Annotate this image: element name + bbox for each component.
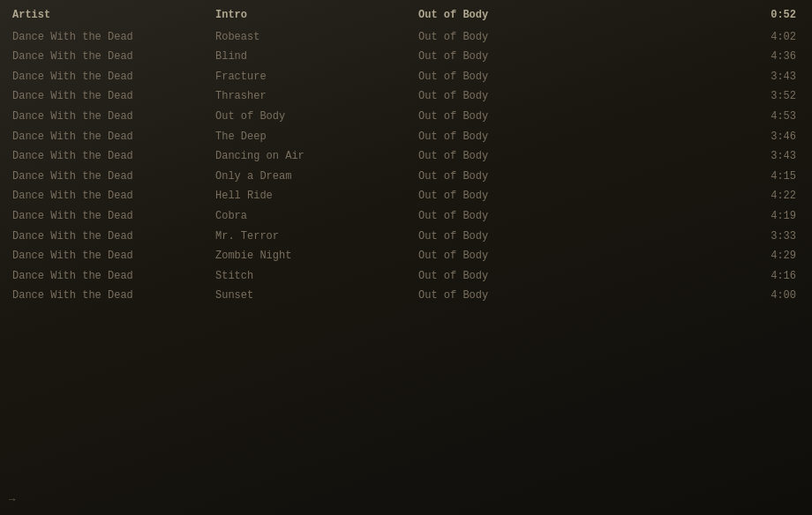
footer: → (9, 494, 15, 506)
track-album: Out of Body (418, 49, 595, 65)
track-title: Blind (215, 49, 418, 65)
table-row[interactable]: Dance With the DeadMr. TerrorOut of Body… (0, 227, 812, 247)
arrow-icon: → (9, 494, 15, 506)
track-duration: 4:15 (595, 168, 800, 185)
table-row[interactable]: Dance With the DeadStitchOut of Body4:16 (0, 266, 812, 287)
track-album: Out of Body (418, 129, 595, 146)
track-duration: 4:53 (595, 108, 800, 125)
table-row[interactable]: Dance With the DeadThe DeepOut of Body3:… (0, 127, 812, 147)
track-artist: Dance With the Dead (12, 88, 215, 105)
table-row[interactable]: Dance With the DeadRobeastOut of Body4:0… (0, 27, 812, 48)
track-album: Out of Body (418, 168, 595, 185)
track-artist: Dance With the Dead (12, 268, 215, 285)
track-title: Hell Ride (215, 188, 418, 205)
track-artist: Dance With the Dead (12, 129, 215, 146)
track-title: Fracture (215, 69, 418, 86)
track-title: The Deep (215, 129, 418, 146)
track-duration: 3:43 (595, 148, 800, 165)
table-row[interactable]: Dance With the DeadThrasherOut of Body3:… (0, 86, 812, 107)
track-album: Out of Body (418, 29, 595, 46)
table-row[interactable]: Dance With the DeadFractureOut of Body3:… (0, 67, 812, 87)
track-title: Zombie Night (215, 248, 418, 265)
track-artist: Dance With the Dead (12, 108, 215, 125)
table-row[interactable]: Dance With the DeadZombie NightOut of Bo… (0, 246, 812, 266)
track-artist: Dance With the Dead (12, 188, 215, 205)
track-album: Out of Body (418, 287, 595, 304)
table-row[interactable]: Dance With the DeadOut of BodyOut of Bod… (0, 107, 812, 127)
track-album: Out of Body (418, 228, 595, 245)
track-duration: 4:36 (595, 49, 800, 65)
track-duration: 4:29 (595, 248, 800, 265)
track-album: Out of Body (418, 188, 595, 205)
track-album: Out of Body (418, 148, 595, 165)
track-artist: Dance With the Dead (12, 69, 215, 86)
track-album: Out of Body (418, 69, 595, 86)
track-title: Thrasher (215, 88, 418, 105)
track-duration: 3:52 (595, 88, 800, 105)
track-duration: 4:22 (595, 188, 800, 205)
track-artist: Dance With the Dead (12, 208, 215, 225)
header-album: Out of Body (418, 7, 595, 24)
track-artist: Dance With the Dead (12, 168, 215, 185)
track-album: Out of Body (418, 268, 595, 285)
track-artist: Dance With the Dead (12, 29, 215, 46)
track-title: Sunset (215, 287, 418, 304)
track-duration: 4:19 (595, 208, 800, 225)
track-title: Out of Body (215, 108, 418, 125)
track-duration: 4:00 (595, 287, 800, 304)
track-artist: Dance With the Dead (12, 287, 215, 304)
table-row[interactable]: Dance With the DeadCobraOut of Body4:19 (0, 206, 812, 227)
track-artist: Dance With the Dead (12, 228, 215, 245)
track-title: Stitch (215, 268, 418, 285)
table-row[interactable]: Dance With the DeadHell RideOut of Body4… (0, 186, 812, 206)
track-album: Out of Body (418, 248, 595, 265)
table-row[interactable]: Dance With the DeadDancing on AirOut of … (0, 146, 812, 167)
header-duration: 0:52 (595, 7, 800, 24)
track-duration: 4:02 (595, 29, 800, 46)
track-album: Out of Body (418, 108, 595, 125)
table-row[interactable]: Dance With the DeadOnly a DreamOut of Bo… (0, 167, 812, 187)
header-artist: Artist (12, 7, 215, 24)
track-duration: 3:33 (595, 228, 800, 245)
track-duration: 3:43 (595, 69, 800, 86)
track-title: Only a Dream (215, 168, 418, 185)
track-artist: Dance With the Dead (12, 248, 215, 265)
track-artist: Dance With the Dead (12, 49, 215, 65)
track-title: Mr. Terror (215, 228, 418, 245)
table-row[interactable]: Dance With the DeadBlindOut of Body4:36 (0, 47, 812, 67)
table-row[interactable]: Dance With the DeadSunsetOut of Body4:00 (0, 286, 812, 306)
track-list: Artist Intro Out of Body 0:52 Dance With… (0, 0, 812, 311)
track-title: Robeast (215, 29, 418, 46)
track-album: Out of Body (418, 88, 595, 105)
track-title: Dancing on Air (215, 148, 418, 165)
table-header: Artist Intro Out of Body 0:52 (0, 5, 812, 27)
track-artist: Dance With the Dead (12, 148, 215, 165)
header-title: Intro (215, 7, 418, 24)
track-title: Cobra (215, 208, 418, 225)
track-duration: 4:16 (595, 268, 800, 285)
track-album: Out of Body (418, 208, 595, 225)
track-duration: 3:46 (595, 129, 800, 146)
